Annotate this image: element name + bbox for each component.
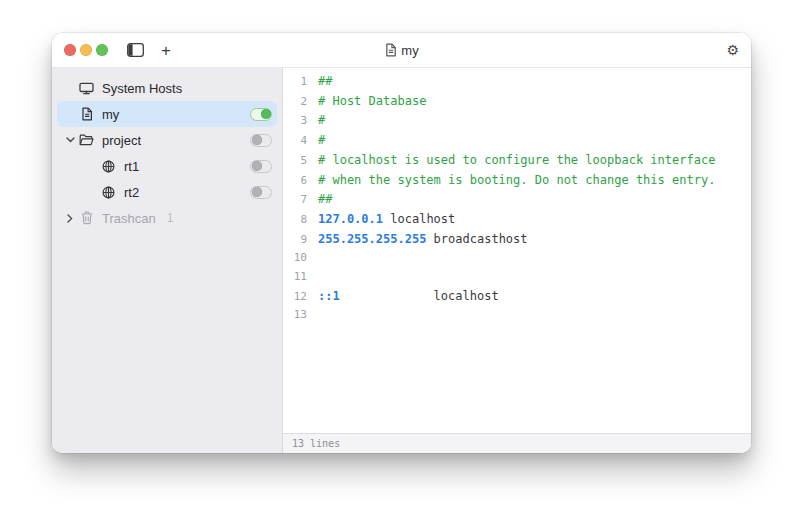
code-text: 127.0.0.1 localhost <box>318 210 455 229</box>
code-text: # <box>318 111 325 130</box>
code-text: # Host Database <box>318 92 426 111</box>
editor-line: 2# Host Database <box>283 92 751 112</box>
window-title: my <box>384 33 418 67</box>
hostname: localhost <box>390 212 455 226</box>
zoom-button[interactable] <box>96 44 108 56</box>
chevron-right-icon[interactable] <box>61 214 79 223</box>
monitor-icon <box>79 82 94 95</box>
editor-line: 5# localhost is used to configure the lo… <box>283 151 751 171</box>
gear-icon: ⚙ <box>726 43 739 57</box>
editor-line: 1## <box>283 72 751 92</box>
sidebar-item-label: System Hosts <box>102 81 182 96</box>
ip-address: ::1 <box>318 289 340 303</box>
line-number: 1 <box>283 73 307 92</box>
sidebar-item-project[interactable]: project <box>57 127 277 153</box>
sidebar-item-trashcan[interactable]: Trashcan 1 <box>57 205 277 231</box>
editor-line: 10 <box>283 249 751 268</box>
line-number: 3 <box>283 112 307 131</box>
host-toggle-rt2[interactable] <box>250 186 272 199</box>
sidebar-item-my[interactable]: my <box>57 101 277 127</box>
editor-line: 8127.0.0.1 localhost <box>283 210 751 230</box>
sidebar-item-rt2[interactable]: rt2 <box>57 179 277 205</box>
sidebar-item-label: rt2 <box>124 185 139 200</box>
editor-line: 12::1 localhost <box>283 287 751 307</box>
line-number: 5 <box>283 152 307 171</box>
code-text: ::1 localhost <box>318 287 499 306</box>
sidebar-toggle-icon <box>127 43 144 57</box>
host-toggle-project[interactable] <box>250 134 272 147</box>
hostname: localhost <box>434 289 499 303</box>
sidebar-item-label: Trashcan <box>102 211 156 226</box>
host-toggle-rt1[interactable] <box>250 160 272 173</box>
minimize-button[interactable] <box>80 44 92 56</box>
ip-address: 255.255.255.255 <box>318 232 426 246</box>
host-toggle-my[interactable] <box>250 108 272 121</box>
sidebar: System Hosts my <box>52 68 283 453</box>
whitespace <box>426 232 433 246</box>
code-text: 255.255.255.255 broadcasthost <box>318 230 528 249</box>
line-number: 6 <box>283 172 307 191</box>
editor-line: 3# <box>283 111 751 131</box>
line-number: 13 <box>283 306 307 325</box>
code-text: # when the system is booting. Do not cha… <box>318 171 715 190</box>
line-number: 8 <box>283 211 307 230</box>
toggle-sidebar-button[interactable] <box>127 43 144 57</box>
line-number: 11 <box>283 268 307 287</box>
editor-line: 13 <box>283 306 751 325</box>
code-text: ## <box>318 72 332 91</box>
line-number: 10 <box>283 249 307 268</box>
chevron-down-icon[interactable] <box>61 137 79 143</box>
main-area: System Hosts my <box>52 68 751 453</box>
sidebar-item-rt1[interactable]: rt1 <box>57 153 277 179</box>
close-button[interactable] <box>64 44 76 56</box>
line-number: 4 <box>283 132 307 151</box>
code-text: # <box>318 131 325 150</box>
app-window: + my ⚙ <box>52 33 751 453</box>
editor-line: 9255.255.255.255 broadcasthost <box>283 230 751 250</box>
editor-line: 11 <box>283 268 751 287</box>
add-host-button[interactable]: + <box>161 42 171 59</box>
settings-button[interactable]: ⚙ <box>726 43 739 57</box>
document-icon <box>79 107 94 121</box>
sidebar-item-label: my <box>102 107 119 122</box>
window-title-text: my <box>401 43 418 58</box>
traffic-lights <box>64 44 108 56</box>
title-bar: + my ⚙ <box>52 33 751 68</box>
trashcan-count-badge: 1 <box>167 211 174 225</box>
line-number: 2 <box>283 93 307 112</box>
line-number: 12 <box>283 288 307 307</box>
line-number: 7 <box>283 191 307 210</box>
globe-icon <box>101 160 116 173</box>
document-icon <box>384 43 396 57</box>
code-text: ## <box>318 190 332 209</box>
code-text: # localhost is used to configure the loo… <box>318 151 715 170</box>
hosts-editor[interactable]: 1## 2# Host Database 3# 4# 5# localhost … <box>283 68 751 433</box>
editor-pane: 1## 2# Host Database 3# 4# 5# localhost … <box>283 68 751 453</box>
hostname: broadcasthost <box>434 232 528 246</box>
editor-line: 4# <box>283 131 751 151</box>
sidebar-item-label: project <box>102 133 141 148</box>
trash-icon <box>79 211 94 225</box>
status-bar: 13 lines <box>283 433 751 453</box>
globe-icon <box>101 186 116 199</box>
sidebar-item-system-hosts[interactable]: System Hosts <box>57 75 277 101</box>
sidebar-item-label: rt1 <box>124 159 139 174</box>
whitespace <box>340 289 434 303</box>
editor-line: 7## <box>283 190 751 210</box>
line-number: 9 <box>283 231 307 250</box>
editor-line: 6# when the system is booting. Do not ch… <box>283 171 751 191</box>
line-count-label: 13 lines <box>292 438 340 449</box>
folder-open-icon <box>79 134 94 146</box>
ip-address: 127.0.0.1 <box>318 212 383 226</box>
